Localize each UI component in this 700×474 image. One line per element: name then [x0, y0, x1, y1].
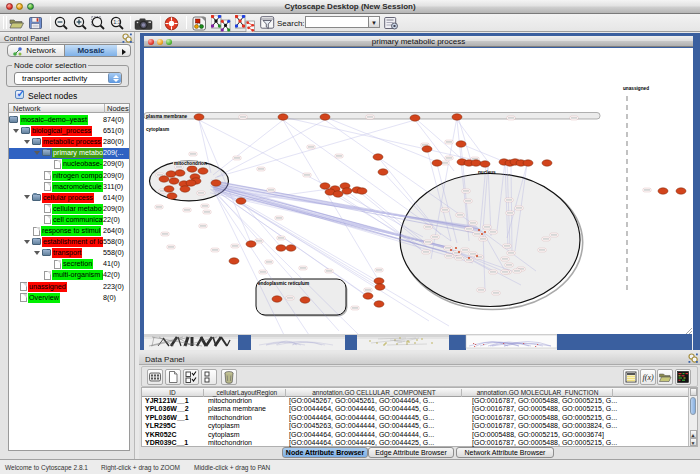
- svg-text:unassigned: unassigned: [623, 86, 649, 91]
- svg-text:mitochondrion: mitochondrion: [174, 161, 207, 166]
- svg-text:nucleus: nucleus: [478, 170, 496, 175]
- svg-text:1:1: 1:1: [113, 19, 121, 25]
- svg-text:endoplasmic reticulum: endoplasmic reticulum: [258, 281, 309, 286]
- svg-text:f(x): f(x): [643, 373, 654, 382]
- svg-text:plasma membrane: plasma membrane: [146, 114, 188, 119]
- svg-text:cytoplasm: cytoplasm: [146, 127, 169, 132]
